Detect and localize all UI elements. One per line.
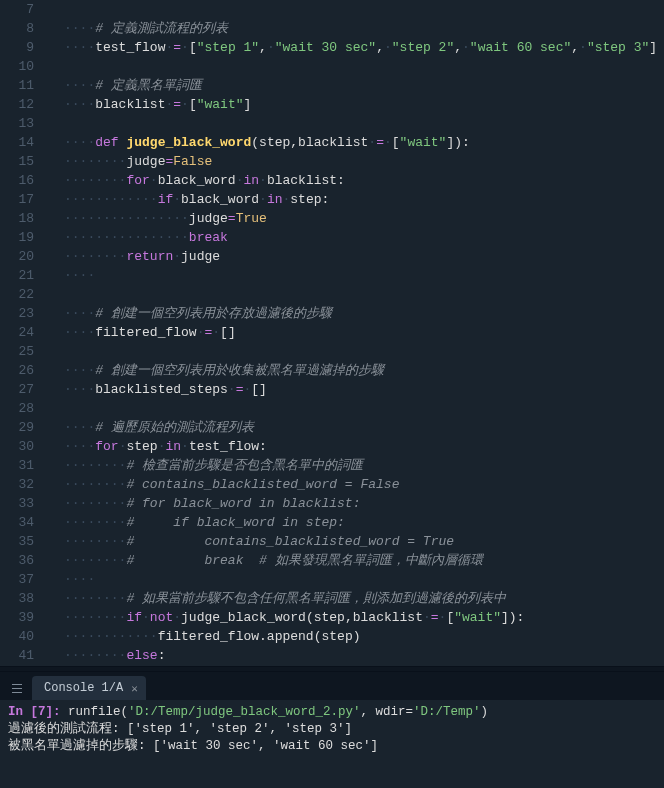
line-number: 36 bbox=[0, 551, 48, 570]
code-line[interactable]: 12····blacklist·=·["wait"] bbox=[0, 95, 664, 114]
line-number: 13 bbox=[0, 114, 48, 133]
code-line[interactable]: 34········# if black_word in step: bbox=[0, 513, 664, 532]
code-line[interactable]: 14····def judge_black_word(step,blacklis… bbox=[0, 133, 664, 152]
code-content[interactable]: ····# 創建一個空列表用於存放過濾後的步驟 bbox=[48, 304, 332, 323]
line-number: 11 bbox=[0, 76, 48, 95]
code-content[interactable]: ········# 如果當前步驟不包含任何黑名單詞匯，則添加到過濾後的列表中 bbox=[48, 589, 506, 608]
code-content[interactable]: ····# 定義黑名單詞匯 bbox=[48, 76, 202, 95]
code-content[interactable]: ···· bbox=[48, 266, 95, 285]
line-number: 19 bbox=[0, 228, 48, 247]
code-content[interactable]: ········# contains_blacklisted_word = Fa… bbox=[48, 475, 399, 494]
code-content[interactable]: ····def judge_black_word(step,blacklist·… bbox=[48, 133, 470, 152]
hamburger-icon[interactable] bbox=[6, 676, 28, 700]
code-content[interactable]: ····# 定義測試流程的列表 bbox=[48, 19, 228, 38]
code-content[interactable]: ········for·black_word·in·blacklist: bbox=[48, 171, 345, 190]
code-line[interactable]: 15········judge=False bbox=[0, 152, 664, 171]
code-line[interactable]: 36········# break # 如果發現黑名單詞匯，中斷內層循環 bbox=[0, 551, 664, 570]
code-content[interactable]: ········# contains_blacklisted_word = Tr… bbox=[48, 532, 454, 551]
line-number: 8 bbox=[0, 19, 48, 38]
code-content[interactable] bbox=[48, 114, 64, 133]
code-content[interactable]: ····test_flow·=·["step 1",·"wait 30 sec"… bbox=[48, 38, 657, 57]
line-number: 18 bbox=[0, 209, 48, 228]
code-content[interactable]: ········# 檢查當前步驟是否包含黑名單中的詞匯 bbox=[48, 456, 363, 475]
line-number: 41 bbox=[0, 646, 48, 665]
code-line[interactable]: 25 bbox=[0, 342, 664, 361]
code-line[interactable]: 30····for·step·in·test_flow: bbox=[0, 437, 664, 456]
code-line[interactable]: 35········# contains_blacklisted_word = … bbox=[0, 532, 664, 551]
code-line[interactable]: 8····# 定義測試流程的列表 bbox=[0, 19, 664, 38]
console-line: In [7]: runfile('D:/Temp/judge_black_wor… bbox=[8, 704, 656, 721]
code-line[interactable]: 40············filtered_flow.append(step) bbox=[0, 627, 664, 646]
code-line[interactable]: 23····# 創建一個空列表用於存放過濾後的步驟 bbox=[0, 304, 664, 323]
code-content[interactable] bbox=[48, 342, 64, 361]
code-content[interactable]: ····# 創建一個空列表用於收集被黑名單過濾掉的步驟 bbox=[48, 361, 384, 380]
code-content[interactable]: ············filtered_flow.append(step) bbox=[48, 627, 361, 646]
code-content[interactable]: ····blacklist·=·["wait"] bbox=[48, 95, 251, 114]
console-tab[interactable]: Console 1/A ✕ bbox=[32, 676, 146, 700]
line-number: 34 bbox=[0, 513, 48, 532]
code-content[interactable]: ········else: bbox=[48, 646, 165, 665]
code-content[interactable]: ················judge=True bbox=[48, 209, 267, 228]
line-number: 7 bbox=[0, 0, 48, 19]
code-line[interactable]: 28 bbox=[0, 399, 664, 418]
code-line[interactable]: 32········# contains_blacklisted_word = … bbox=[0, 475, 664, 494]
code-line[interactable]: 39········if·not·judge_black_word(step,b… bbox=[0, 608, 664, 627]
code-line[interactable]: 26····# 創建一個空列表用於收集被黑名單過濾掉的步驟 bbox=[0, 361, 664, 380]
code-content[interactable]: ········judge=False bbox=[48, 152, 212, 171]
line-number: 22 bbox=[0, 285, 48, 304]
console-line: 過濾後的測試流程: ['step 1', 'step 2', 'step 3'] bbox=[8, 721, 656, 738]
code-content[interactable]: ····blacklisted_steps·=·[] bbox=[48, 380, 267, 399]
code-line[interactable]: 9····test_flow·=·["step 1",·"wait 30 sec… bbox=[0, 38, 664, 57]
code-line[interactable]: 16········for·black_word·in·blacklist: bbox=[0, 171, 664, 190]
code-content[interactable]: ········# for black_word in blacklist: bbox=[48, 494, 360, 513]
code-content[interactable] bbox=[48, 0, 64, 19]
line-number: 40 bbox=[0, 627, 48, 646]
code-line[interactable]: 20········return·judge bbox=[0, 247, 664, 266]
code-content[interactable] bbox=[48, 57, 64, 76]
line-number: 23 bbox=[0, 304, 48, 323]
line-number: 10 bbox=[0, 57, 48, 76]
code-line[interactable]: 17············if·black_word·in·step: bbox=[0, 190, 664, 209]
code-line[interactable]: 11····# 定義黑名單詞匯 bbox=[0, 76, 664, 95]
code-content[interactable]: ········return·judge bbox=[48, 247, 220, 266]
code-content[interactable] bbox=[48, 399, 64, 418]
line-number: 25 bbox=[0, 342, 48, 361]
code-line[interactable]: 27····blacklisted_steps·=·[] bbox=[0, 380, 664, 399]
code-content[interactable]: ····# 遍歷原始的測試流程列表 bbox=[48, 418, 254, 437]
code-content[interactable]: ············if·black_word·in·step: bbox=[48, 190, 329, 209]
code-line[interactable]: 19················break bbox=[0, 228, 664, 247]
code-content[interactable]: ········# break # 如果發現黑名單詞匯，中斷內層循環 bbox=[48, 551, 483, 570]
line-number: 14 bbox=[0, 133, 48, 152]
code-editor[interactable]: 78····# 定義測試流程的列表9····test_flow·=·["step… bbox=[0, 0, 664, 666]
code-line[interactable]: 10 bbox=[0, 57, 664, 76]
code-line[interactable]: 22 bbox=[0, 285, 664, 304]
line-number: 29 bbox=[0, 418, 48, 437]
line-number: 15 bbox=[0, 152, 48, 171]
code-line[interactable]: 37···· bbox=[0, 570, 664, 589]
line-number: 21 bbox=[0, 266, 48, 285]
code-line[interactable]: 41········else: bbox=[0, 646, 664, 665]
code-content[interactable]: ····filtered_flow·=·[] bbox=[48, 323, 236, 342]
code-content[interactable] bbox=[48, 285, 64, 304]
code-line[interactable]: 29····# 遍歷原始的測試流程列表 bbox=[0, 418, 664, 437]
line-number: 35 bbox=[0, 532, 48, 551]
code-line[interactable]: 21···· bbox=[0, 266, 664, 285]
code-line[interactable]: 13 bbox=[0, 114, 664, 133]
code-content[interactable]: ········# if black_word in step: bbox=[48, 513, 345, 532]
line-number: 9 bbox=[0, 38, 48, 57]
code-line[interactable]: 24····filtered_flow·=·[] bbox=[0, 323, 664, 342]
code-line[interactable]: 7 bbox=[0, 0, 664, 19]
code-line[interactable]: 18················judge=True bbox=[0, 209, 664, 228]
code-content[interactable]: ········if·not·judge_black_word(step,bla… bbox=[48, 608, 524, 627]
console-output[interactable]: In [7]: runfile('D:/Temp/judge_black_wor… bbox=[0, 700, 664, 788]
close-icon[interactable]: ✕ bbox=[131, 682, 138, 695]
line-number: 26 bbox=[0, 361, 48, 380]
code-line[interactable]: 33········# for black_word in blacklist: bbox=[0, 494, 664, 513]
line-number: 33 bbox=[0, 494, 48, 513]
line-number: 24 bbox=[0, 323, 48, 342]
code-content[interactable]: ····for·step·in·test_flow: bbox=[48, 437, 267, 456]
code-line[interactable]: 31········# 檢查當前步驟是否包含黑名單中的詞匯 bbox=[0, 456, 664, 475]
code-line[interactable]: 38········# 如果當前步驟不包含任何黑名單詞匯，則添加到過濾後的列表中 bbox=[0, 589, 664, 608]
code-content[interactable]: ···· bbox=[48, 570, 95, 589]
code-content[interactable]: ················break bbox=[48, 228, 228, 247]
